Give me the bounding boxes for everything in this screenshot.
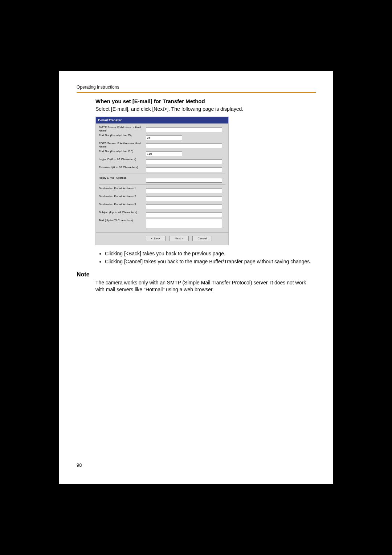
- section-heading: When you set [E-mail] for Transfer Metho…: [95, 98, 316, 104]
- label-password: Password (0 to 63 Characters): [99, 166, 146, 169]
- button-row: < Back Next > Cancel: [96, 232, 228, 245]
- input-password[interactable]: [146, 167, 222, 172]
- bullet-back: Clicking [<Back] takes you back to the p…: [105, 250, 316, 258]
- input-dest3[interactable]: [146, 204, 222, 209]
- running-header: Operating Instructions: [77, 85, 316, 90]
- input-smtp-port[interactable]: [146, 135, 182, 140]
- divider: [99, 174, 225, 174]
- label-dest3: Destination E-mail Address 3: [99, 203, 146, 206]
- label-reply: Reply E-mail Address: [99, 176, 146, 179]
- form-title: E-mail Transfer: [96, 117, 228, 123]
- label-smtp-port: Port No. (Usually Use 25): [99, 134, 146, 137]
- label-text: Text (Up to 63 Characters): [99, 219, 146, 222]
- page-number: 98: [77, 462, 82, 468]
- label-login: Login ID (0 to 63 Characters): [99, 158, 146, 161]
- input-smtp[interactable]: [146, 127, 222, 132]
- email-transfer-form: E-mail Transfer SMTP Server IP Address o…: [95, 117, 229, 246]
- input-subject[interactable]: [146, 212, 222, 217]
- back-button[interactable]: < Back: [146, 236, 166, 241]
- label-subject: Subject (Up to 44 Characters): [99, 211, 146, 214]
- label-dest2: Destination E-mail Address 2: [99, 195, 146, 198]
- input-pop3-port[interactable]: [146, 151, 182, 156]
- cancel-button[interactable]: Cancel: [192, 236, 212, 241]
- label-pop3: POP3 Server IP Address or Host Name: [99, 142, 146, 148]
- label-pop3-port: Port No. (Usually Use 110): [99, 150, 146, 153]
- document-page: Operating Instructions When you set [E-m…: [59, 71, 333, 484]
- label-dest1: Destination E-mail Address 1: [99, 187, 146, 190]
- input-login[interactable]: [146, 159, 222, 164]
- input-pop3[interactable]: [146, 143, 222, 148]
- intro-text: Select [E-mail], and click [Next>]. The …: [95, 106, 316, 113]
- input-dest1[interactable]: [146, 189, 222, 193]
- bullet-list: Clicking [<Back] takes you back to the p…: [95, 250, 316, 265]
- input-dest2[interactable]: [146, 197, 222, 201]
- header-rule: [77, 92, 316, 93]
- label-smtp: SMTP Server IP Address or Host Name: [99, 126, 146, 132]
- note-text: The camera works only with an SMTP (Simp…: [95, 279, 316, 293]
- content-area: When you set [E-mail] for Transfer Metho…: [95, 98, 316, 293]
- input-reply[interactable]: [146, 178, 222, 183]
- input-text[interactable]: [146, 219, 222, 228]
- note-heading: Note: [77, 271, 316, 278]
- bullet-cancel: Clicking [Cancel] takes you back to the …: [105, 258, 316, 266]
- next-button[interactable]: Next >: [169, 236, 189, 241]
- divider: [99, 184, 225, 185]
